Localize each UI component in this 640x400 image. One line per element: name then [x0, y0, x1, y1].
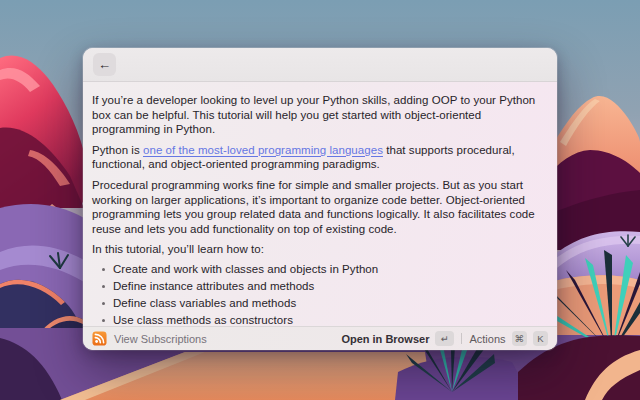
- bullet-icon: [102, 302, 105, 305]
- bullet-icon: [102, 285, 105, 288]
- open-in-browser-label: Open in Browser: [341, 333, 429, 345]
- extension-info: View Subscriptions: [92, 331, 341, 346]
- list-item: Define class variables and methods: [92, 296, 548, 311]
- learn-list: Create and work with classes and objects…: [92, 262, 548, 326]
- rss-icon: [92, 331, 107, 346]
- most-loved-languages-link[interactable]: one of the most-loved programming langua…: [143, 144, 383, 156]
- enter-key-icon: ↵: [435, 331, 454, 346]
- k-key-icon: K: [533, 331, 548, 346]
- paragraph-link: Python is one of the most-loved programm…: [92, 143, 548, 172]
- list-item-text: Define class variables and methods: [113, 297, 296, 309]
- open-in-browser-button[interactable]: Open in Browser ↵: [341, 331, 454, 346]
- list-item-text: Create and work with classes and objects…: [113, 263, 378, 275]
- list-item: Define instance attributes and methods: [92, 279, 548, 294]
- window-footer: View Subscriptions Open in Browser ↵ Act…: [83, 326, 557, 350]
- article-content: If you’re a developer looking to level u…: [83, 82, 557, 326]
- paragraph-intro: If you’re a developer looking to level u…: [92, 93, 548, 137]
- paragraph-link-prefix: Python is: [92, 144, 143, 156]
- paragraph-list-intro: In this tutorial, you’ll learn how to:: [92, 242, 548, 257]
- list-item: Use class methods as constructors: [92, 313, 548, 326]
- footer-actions: Open in Browser ↵ Actions ⌘ K: [341, 331, 548, 346]
- reader-window: ← If you’re a developer looking to level…: [83, 48, 557, 350]
- footer-divider: [461, 333, 462, 344]
- actions-label: Actions: [469, 333, 505, 345]
- back-button[interactable]: ←: [93, 53, 116, 76]
- bullet-icon: [102, 268, 105, 271]
- paragraph-procedural: Procedural programming works fine for si…: [92, 178, 548, 236]
- view-subscriptions-label: View Subscriptions: [114, 333, 207, 345]
- bullet-icon: [102, 319, 105, 322]
- list-item-text: Use class methods as constructors: [113, 314, 293, 326]
- window-header: ←: [83, 48, 557, 82]
- back-arrow-icon: ←: [98, 58, 111, 71]
- list-item: Create and work with classes and objects…: [92, 262, 548, 277]
- cmd-key-icon: ⌘: [512, 331, 528, 346]
- list-item-text: Define instance attributes and methods: [113, 280, 314, 292]
- actions-button[interactable]: Actions ⌘ K: [469, 331, 548, 346]
